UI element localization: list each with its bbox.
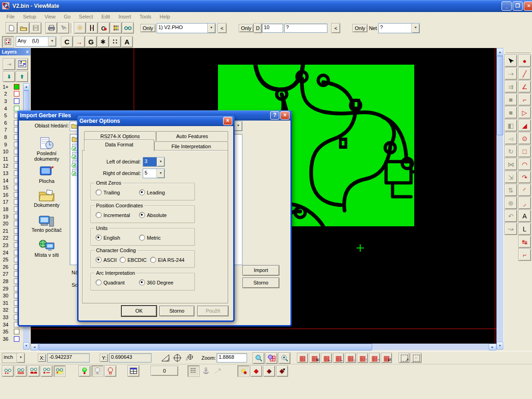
draw-circle-icon[interactable]: ⊙ <box>518 132 531 145</box>
filled-square-tool-icon[interactable]: ■ <box>504 93 517 106</box>
tab-auto-features[interactable]: Auto Features <box>156 131 228 141</box>
view-traces-icon[interactable] <box>15 365 27 377</box>
chevron-down-icon[interactable]: ▼ <box>411 24 419 33</box>
layer-color-swatch[interactable] <box>14 329 19 334</box>
draw-polyline-icon[interactable]: ∠ <box>518 80 531 93</box>
menu-go[interactable]: Go <box>60 13 74 20</box>
gerber-options-close-button[interactable]: × <box>223 117 232 125</box>
bend-tool-icon[interactable]: ⌐ <box>518 248 531 261</box>
pad-mode-icon[interactable]: ◆ <box>250 365 262 377</box>
draw-arc-ccw-icon[interactable]: ◜ <box>518 184 531 196</box>
chevron-down-icon[interactable]: ▼ <box>234 121 242 131</box>
chevron-down-icon[interactable]: ▼ <box>17 353 24 363</box>
move-to-icon[interactable]: ⇢ <box>504 67 517 80</box>
pan-down-icon[interactable]: ▦↓ <box>345 353 356 363</box>
dcode-button[interactable]: D <box>254 23 262 33</box>
select-gerber-button[interactable]: G <box>85 36 97 48</box>
minimize-button[interactable]: _ <box>502 1 512 11</box>
select-text-button[interactable]: A <box>121 36 133 48</box>
selection-area-icon[interactable]: ∷ <box>411 353 422 363</box>
layer-color-swatch[interactable] <box>14 98 19 104</box>
draw-line-icon[interactable]: ╱ <box>518 67 531 80</box>
snap-icon[interactable]: ⇲ <box>504 171 517 183</box>
draw-triangle-icon[interactable]: ◢ <box>518 119 531 132</box>
layer-colors-button[interactable] <box>110 22 122 34</box>
view-highlight-icon[interactable] <box>54 365 66 377</box>
menu-view[interactable]: View <box>41 13 59 20</box>
snap-grid-dots-icon[interactable] <box>187 365 200 377</box>
chevron-down-icon[interactable]: ▼ <box>48 37 56 46</box>
vertical-scroll-thumb[interactable] <box>496 56 503 135</box>
chevron-down-icon[interactable]: ▼ <box>207 24 215 33</box>
menu-file[interactable]: File <box>3 13 18 20</box>
measure-caliper-button[interactable] <box>86 22 98 34</box>
cancel-button[interactable]: Storno <box>159 306 194 316</box>
horizontal-scroll-thumb[interactable] <box>39 344 372 351</box>
lamp-off-icon[interactable] <box>91 365 103 377</box>
import-cancel-button[interactable]: Storno <box>242 278 279 288</box>
select-grid-button[interactable] <box>2 36 14 48</box>
text-tool-icon[interactable]: A <box>518 210 531 222</box>
left-of-decimal-combo[interactable]: 3 ▼ <box>143 157 165 167</box>
gerber-options-titlebar[interactable]: Gerber Options × <box>77 116 235 126</box>
menu-help[interactable]: Help <box>156 13 174 20</box>
radio-trailing[interactable]: Trailing <box>96 189 120 195</box>
zoom-tool-icon[interactable] <box>253 352 265 364</box>
scroll-right-icon[interactable]: ► <box>489 344 496 351</box>
layer-color-swatch[interactable] <box>14 336 19 342</box>
scale-icon[interactable]: ⋈ <box>504 158 517 170</box>
draw-arc-chord-icon[interactable]: ◠ <box>518 158 531 170</box>
view-film-button[interactable] <box>122 22 134 34</box>
right-of-decimal-combo[interactable]: 5 ▼ <box>143 169 165 178</box>
save-file-button[interactable] <box>30 22 42 34</box>
radio-metric[interactable]: Metric <box>139 235 161 241</box>
pan-left-icon[interactable]: ▦← <box>321 353 332 363</box>
lamp-outline-icon[interactable] <box>104 365 116 377</box>
vector-snap-icon[interactable] <box>212 366 224 376</box>
highlight-flash-button[interactable] <box>74 22 86 34</box>
view-corner-icon[interactable]: ▦▫ <box>369 353 380 363</box>
layers-scroll-down-icon[interactable]: ▼ <box>23 342 30 350</box>
rotate-icon[interactable]: ↻ <box>504 145 517 157</box>
vertical-scrollbar[interactable]: ▲ ▼ <box>496 48 503 350</box>
view-pads-icon[interactable] <box>2 365 14 377</box>
radio-english[interactable]: English <box>96 235 120 241</box>
flash-mode-icon[interactable] <box>237 365 249 377</box>
dark-pad-mode-icon[interactable]: ◆ <box>263 365 275 377</box>
scroll-left-icon[interactable]: ◄ <box>30 344 38 351</box>
radio-ebcdic[interactable]: EBCDIC <box>120 257 147 263</box>
radio-incremental[interactable]: Incremental <box>96 212 130 218</box>
radio-quadrant[interactable]: Quadrant <box>96 279 125 285</box>
prev-dcode-button[interactable]: < <box>331 23 340 33</box>
close-button[interactable]: × <box>524 1 532 11</box>
draw-arc-icon[interactable]: ↷ <box>518 171 531 183</box>
ok-button[interactable]: OK <box>121 306 157 316</box>
place-desktop[interactable]: Plocha <box>25 165 68 184</box>
context-help-button[interactable]: ? <box>57 22 69 34</box>
view-polygons-icon[interactable] <box>28 365 40 377</box>
zoom-select-icon[interactable] <box>278 352 290 364</box>
radio-eia-rs244[interactable]: EIA RS-244 <box>150 257 184 263</box>
menu-tools[interactable]: Tools <box>136 13 155 20</box>
draw-corner-icon[interactable]: ⌐ <box>518 93 531 106</box>
angle-measure-icon[interactable] <box>160 353 171 363</box>
radio-absolute[interactable]: Absolute <box>139 212 167 218</box>
layers-scroll-up-icon[interactable]: ▲ <box>23 83 30 91</box>
radio-leading[interactable]: Leading <box>139 189 165 195</box>
flip-icon[interactable]: ◅ <box>504 132 517 145</box>
menu-setup[interactable]: Setup <box>19 13 40 20</box>
draw-fan-icon[interactable]: ▷ <box>518 106 531 119</box>
tab-data-format[interactable]: Data Format <box>84 139 154 151</box>
step-icon[interactable]: ⇅ <box>504 184 517 196</box>
print-button[interactable] <box>45 22 57 34</box>
radio-360-degree[interactable]: 360 Degree <box>139 279 174 285</box>
open-file-button[interactable] <box>18 22 30 34</box>
select-mode-combo[interactable]: Any (U) ▼ <box>16 36 56 47</box>
window-resize-icon[interactable]: ↗ <box>399 353 410 363</box>
import-close-button[interactable]: × <box>280 111 290 120</box>
pan-right-icon[interactable]: ▦→ <box>333 353 344 363</box>
measure-tool-icon[interactable]: ↹ <box>518 236 531 248</box>
place-documents[interactable]: Dokumenty <box>25 189 68 208</box>
layer-combo[interactable]: 1) V2.PHO ▼ <box>157 23 216 33</box>
target-origin-icon[interactable] <box>172 353 183 363</box>
